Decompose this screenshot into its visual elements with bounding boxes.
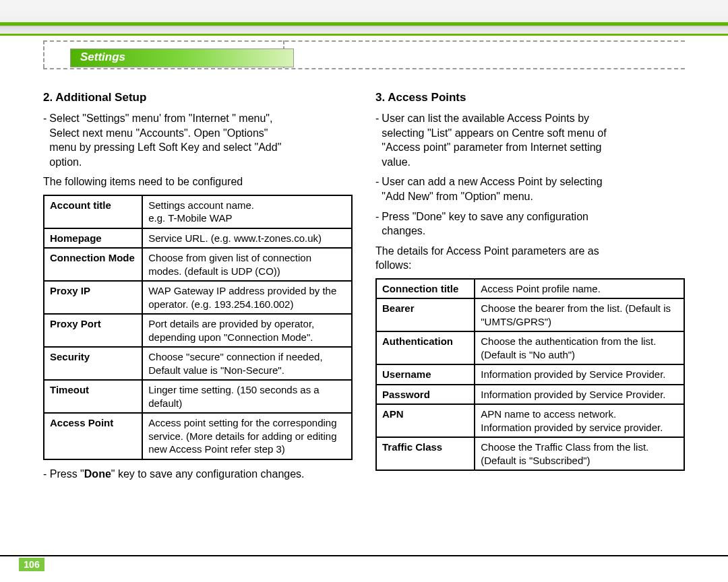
bullet-dash-icon: - <box>375 111 379 169</box>
left-bullet-1: - Select "Settings" menu' from "Internet… <box>43 111 353 169</box>
right-heading: 3. Access Points <box>375 90 685 106</box>
right-column: 3. Access Points - User can list the ava… <box>375 81 685 487</box>
left-after-table: - Press "Done" key to save any configura… <box>43 467 353 482</box>
right-details-intro: The details for Access Point parameters … <box>375 244 685 273</box>
table-row: Connection titleAccess Point profile nam… <box>376 279 684 299</box>
table-row: APNAPN name to access network.Informatio… <box>376 404 684 437</box>
table-row: UsernameInformation provided by Service … <box>376 364 684 385</box>
right-bullet-3-text: Press "Done" key to save any configurati… <box>382 209 588 238</box>
table-row: Proxy PortPort details are provided by o… <box>44 314 352 347</box>
right-config-table: Connection titleAccess Point profile nam… <box>375 278 685 472</box>
left-config-intro: The following items need to be configure… <box>43 174 353 189</box>
left-bullet-1-text: Select "Settings" menu' from "Internet "… <box>49 111 281 169</box>
table-row: SecurityChoose "secure" connection if ne… <box>44 347 352 380</box>
table-row: HomepageService URL. (e.g. www.t-zones.c… <box>44 228 352 249</box>
right-bullet-2: - User can add a new Access Point by sel… <box>375 174 685 203</box>
right-bullet-1: - User can list the available Access Poi… <box>375 111 685 169</box>
table-row: Connection ModeChoose from given list of… <box>44 248 352 281</box>
table-row: Traffic ClassChoose the Traffic Class fr… <box>376 437 684 470</box>
green-line-mid <box>0 34 728 36</box>
bullet-dash-icon: - <box>375 209 379 238</box>
settings-tab: Settings <box>70 48 294 67</box>
bullet-dash-icon: - <box>43 111 47 169</box>
table-row: Proxy IPWAP Gateway IP address provided … <box>44 281 352 314</box>
left-heading: 2. Additional Setup <box>43 90 353 106</box>
content-area: 2. Additional Setup - Select "Settings" … <box>43 81 685 487</box>
table-row: TimeoutLinger time setting. (150 seconds… <box>44 380 352 413</box>
dashed-border-bottom <box>43 68 685 69</box>
right-bullet-1-text: User can list the available Access Point… <box>382 111 606 169</box>
page-number: 106 <box>19 558 44 571</box>
right-bullet-2-text: User can add a new Access Point by selec… <box>382 174 602 203</box>
table-row: Account titleSettings account name.e.g. … <box>44 195 352 228</box>
footer-bar <box>0 555 728 573</box>
table-row: Access PointAccess point setting for the… <box>44 413 352 459</box>
right-bullet-3: - Press "Done" key to save any configura… <box>375 209 685 238</box>
left-column: 2. Additional Setup - Select "Settings" … <box>43 81 353 487</box>
left-config-table: Account titleSettings account name.e.g. … <box>43 195 353 460</box>
table-row: PasswordInformation provided by Service … <box>376 385 684 405</box>
bullet-dash-icon: - <box>375 174 379 203</box>
table-row: AuthenticationChoose the authentication … <box>376 331 684 364</box>
table-row: BearerChoose the bearer from the list. (… <box>376 298 684 331</box>
dashed-border-top <box>43 40 685 42</box>
dashed-border-left <box>43 40 44 68</box>
